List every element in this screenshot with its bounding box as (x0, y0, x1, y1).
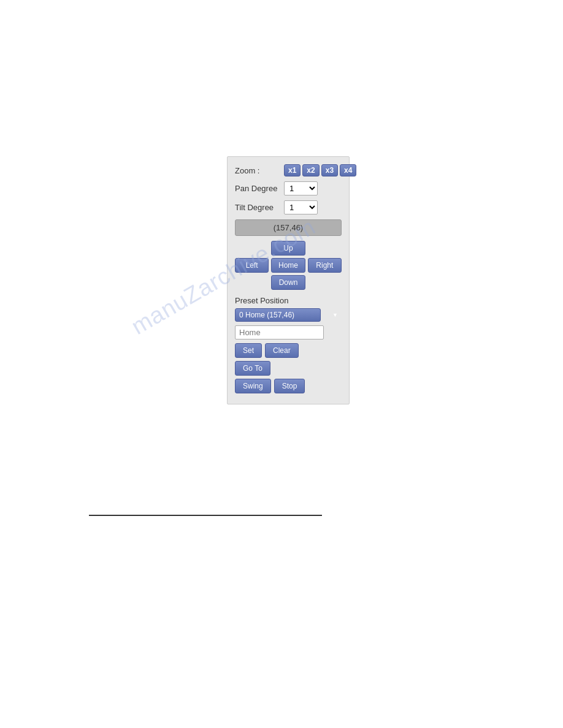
tilt-degree-select[interactable]: 1 2 3 5 (284, 200, 318, 214)
swing-button[interactable]: Swing (235, 379, 271, 393)
set-button[interactable]: Set (235, 343, 262, 358)
pan-degree-label: Pan Degree (235, 184, 284, 193)
zoom-x4-button[interactable]: x4 (340, 164, 356, 176)
zoom-label: Zoom : (235, 166, 284, 175)
clear-button[interactable]: Clear (265, 343, 299, 358)
tilt-degree-row: Tilt Degree 1 2 3 5 (235, 200, 342, 214)
left-button[interactable]: Left (235, 258, 269, 273)
preset-select-wrapper: 0 Home (157,46) 1 2 (235, 308, 342, 322)
go-to-button[interactable]: Go To (235, 361, 270, 376)
ptz-control-panel: Zoom : x1 x2 x3 x4 Pan Degree 1 2 3 5 Ti… (227, 156, 350, 404)
zoom-x3-button[interactable]: x3 (321, 164, 338, 176)
up-button[interactable]: Up (271, 241, 305, 256)
direction-grid: Up Left Home Right Down (235, 241, 342, 290)
position-display: (157,46) (235, 219, 342, 236)
stop-button[interactable]: Stop (274, 379, 305, 393)
preset-position-select[interactable]: 0 Home (157,46) 1 2 (235, 308, 321, 322)
preset-name-input[interactable] (235, 325, 324, 339)
goto-row: Go To (235, 361, 342, 376)
swing-stop-row: Swing Stop (235, 379, 342, 393)
pan-degree-row: Pan Degree 1 2 3 5 (235, 181, 342, 195)
down-button[interactable]: Down (271, 275, 305, 290)
zoom-buttons-group: x1 x2 x3 x4 (284, 164, 356, 176)
right-button[interactable]: Right (308, 258, 342, 273)
set-clear-row: Set Clear (235, 343, 342, 358)
tilt-degree-label: Tilt Degree (235, 203, 284, 212)
zoom-row: Zoom : x1 x2 x3 x4 (235, 164, 342, 176)
zoom-x2-button[interactable]: x2 (302, 164, 319, 176)
zoom-x1-button[interactable]: x1 (284, 164, 301, 176)
pan-degree-select[interactable]: 1 2 3 5 (284, 181, 318, 195)
preset-position-label: Preset Position (235, 296, 342, 305)
divider-line (89, 515, 322, 516)
home-button[interactable]: Home (271, 258, 305, 273)
